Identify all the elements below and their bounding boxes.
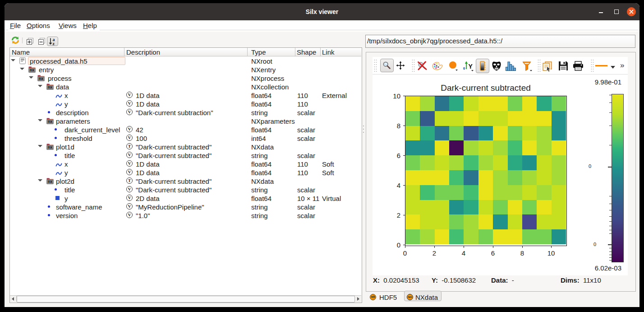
svg-text:nx: nx: [39, 76, 43, 81]
svg-text:z: z: [53, 41, 55, 46]
svg-text:nx: nx: [48, 85, 52, 89]
svg-text:nx: nx: [48, 145, 52, 149]
svg-text:nx: nx: [30, 68, 34, 72]
svg-text:nx: nx: [48, 119, 52, 124]
svg-text:0: 0: [463, 66, 465, 70]
svg-text:Y: Y: [469, 63, 473, 70]
svg-text:nx: nx: [48, 179, 52, 184]
